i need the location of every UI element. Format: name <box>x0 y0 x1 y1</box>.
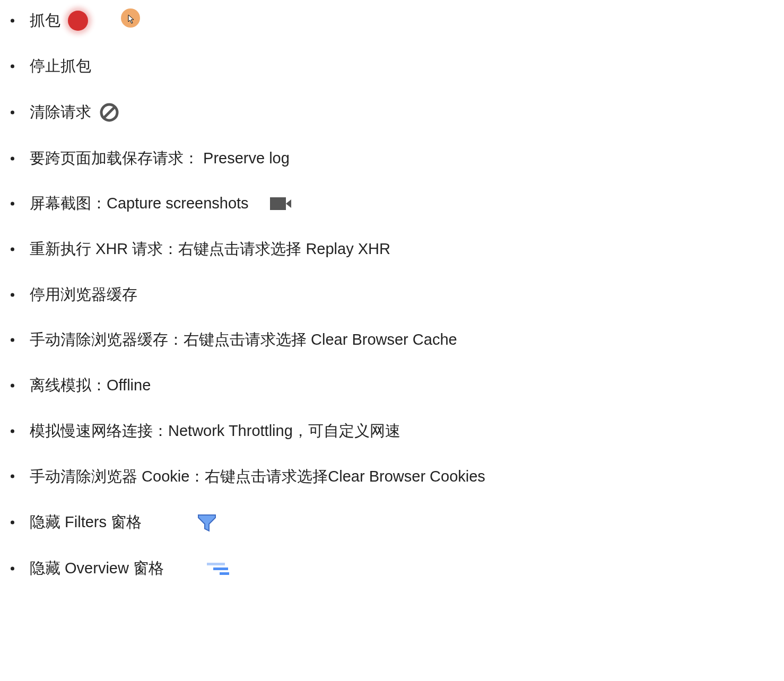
feature-list: 抓包 停止抓包 清除请求 要跨页面加载保存请求： Preserve log 屏幕… <box>0 0 784 579</box>
item-text: 屏幕截图：Capture screenshots <box>30 194 249 214</box>
list-item: 隐藏 Overview 窗格 <box>0 558 784 579</box>
item-text: 离线模拟：Offline <box>30 376 151 396</box>
list-item: 停用浏览器缓存 <box>0 285 784 305</box>
record-icon <box>68 11 88 31</box>
list-item: 停止抓包 <box>0 56 784 76</box>
list-item: 重新执行 XHR 请求：右键点击请求选择 Replay XHR <box>0 239 784 259</box>
item-text: 手动清除浏览器缓存：右键点击请求选择 Clear Browser Cache <box>30 330 457 350</box>
list-item: 抓包 <box>0 11 784 31</box>
item-text: 隐藏 Filters 窗格 <box>30 512 189 532</box>
list-item: 手动清除浏览器缓存：右键点击请求选择 Clear Browser Cache <box>0 330 784 350</box>
item-text: 停止抓包 <box>30 56 91 76</box>
list-item: 屏幕截图：Capture screenshots <box>0 194 784 214</box>
item-text: 清除请求 <box>30 102 91 123</box>
list-item: 手动清除浏览器 Cookie：右键点击请求选择Clear Browser Coo… <box>0 467 784 487</box>
list-item: 隐藏 Filters 窗格 <box>0 512 784 533</box>
item-text: 模拟慢速网络连接：Network Throttling，可自定义网速 <box>30 421 400 441</box>
item-text: 手动清除浏览器 Cookie：右键点击请求选择Clear Browser Coo… <box>30 467 485 487</box>
item-text: 重新执行 XHR 请求：右键点击请求选择 Replay XHR <box>30 239 390 259</box>
list-item: 清除请求 <box>0 102 784 123</box>
item-text: 隐藏 Overview 窗格 <box>30 558 199 579</box>
filter-icon <box>196 512 217 533</box>
list-item: 模拟慢速网络连接：Network Throttling，可自定义网速 <box>0 421 784 441</box>
prohibit-icon <box>99 102 120 123</box>
item-text: 停用浏览器缓存 <box>30 285 137 305</box>
item-text: 抓包 <box>30 11 60 31</box>
camera-icon <box>270 197 291 210</box>
svg-line-1 <box>104 107 115 118</box>
item-text: 要跨页面加载保存请求： Preserve log <box>30 149 290 169</box>
overview-icon <box>207 563 229 575</box>
list-item: 离线模拟：Offline <box>0 376 784 396</box>
list-item: 要跨页面加载保存请求： Preserve log <box>0 149 784 169</box>
